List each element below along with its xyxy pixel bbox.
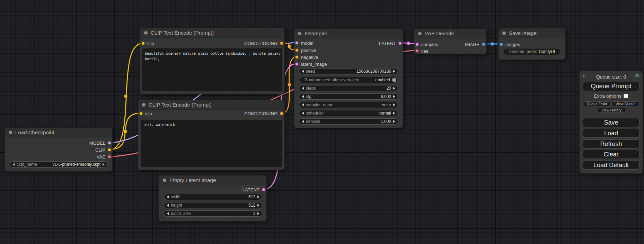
queue-front-button[interactable]: Queue Front	[583, 101, 611, 106]
view-history-button[interactable]: View History	[597, 108, 626, 112]
slot-label: IMAGE	[465, 42, 479, 47]
output-port-latent[interactable]	[262, 188, 265, 191]
output-port-conditioning[interactable]	[280, 112, 283, 115]
input-port-positive[interactable]	[295, 48, 299, 52]
decrement-arrow-icon[interactable]	[302, 103, 304, 106]
link-midpoint-dot[interactable]	[124, 130, 127, 133]
widget-value: 8.000	[381, 94, 391, 99]
increment-arrow-icon[interactable]	[103, 163, 105, 166]
slot-label: LATENT	[242, 187, 259, 192]
node-clip-text-encode-negative[interactable]: CLIP Text Encode (Prompt) clip CONDITION…	[138, 100, 285, 170]
settings-gear-icon[interactable]: ⚙	[635, 73, 639, 78]
toggle-dot-icon[interactable]	[392, 78, 396, 82]
input-port-vae[interactable]	[415, 49, 419, 53]
widget-value: 512	[248, 195, 255, 199]
input-port-samples[interactable]	[415, 43, 419, 46]
output-port-clip[interactable]	[108, 148, 111, 152]
decrement-arrow-icon[interactable]	[302, 95, 304, 98]
widget-height[interactable]: height 512	[164, 202, 262, 208]
widget-scheduler[interactable]: scheduler normal	[299, 110, 398, 116]
link-midpoint-dot[interactable]	[124, 94, 127, 98]
widget-sampler-name[interactable]: sampler_name euler	[299, 102, 398, 108]
node-title-bar[interactable]: Load Checkpoint	[5, 128, 112, 137]
node-graph-canvas[interactable]: Load Checkpoint MODEL CLIP VAE ckpt_name…	[0, 0, 644, 244]
increment-arrow-icon[interactable]	[257, 204, 259, 207]
decrement-arrow-icon[interactable]	[302, 87, 304, 90]
node-title-bar[interactable]: KSampler	[294, 29, 403, 38]
increment-arrow-icon[interactable]	[393, 120, 395, 123]
increment-arrow-icon[interactable]	[393, 95, 395, 98]
node-title: CLIP Text Encode (Prompt)	[151, 30, 214, 36]
clear-button[interactable]: Clear	[583, 150, 639, 159]
increment-arrow-icon[interactable]	[393, 87, 395, 90]
prompt-textarea[interactable]: text, watermark	[141, 120, 282, 167]
input-port-images[interactable]	[500, 43, 503, 46]
decrement-arrow-icon[interactable]	[167, 204, 169, 207]
link-midpoint-dot[interactable]	[288, 83, 291, 87]
decrement-arrow-icon[interactable]	[12, 163, 15, 166]
node-title-bar[interactable]: Empty Latent Image	[159, 175, 266, 185]
slot-label: VAE	[97, 154, 105, 160]
output-slot-clip: CLIP	[95, 147, 111, 153]
node-status-dot-icon	[502, 31, 506, 35]
widget-width[interactable]: width 512	[164, 194, 262, 200]
increment-arrow-icon[interactable]	[393, 112, 395, 115]
input-port-negative[interactable]	[295, 55, 299, 59]
widget-ckpt-name[interactable]: ckpt_name v1-5-pruned-emaonly.ckpt	[10, 161, 107, 168]
decrement-arrow-icon[interactable]	[302, 120, 304, 123]
extra-options-checkbox[interactable]	[624, 94, 628, 98]
increment-arrow-icon[interactable]	[257, 196, 259, 198]
input-slot-clip: clip	[141, 40, 154, 46]
load-default-button[interactable]: Load Default	[583, 161, 639, 170]
slot-label: CONDITIONING	[244, 41, 277, 46]
queue-prompt-button[interactable]: Queue Prompt	[583, 82, 639, 91]
node-title: Save Image	[509, 30, 537, 36]
increment-arrow-icon[interactable]	[393, 103, 395, 106]
decrement-arrow-icon[interactable]	[302, 70, 304, 73]
widget-filename-prefix[interactable]: filename_prefix ComfyUI	[503, 48, 561, 55]
link-midpoint-dot[interactable]	[288, 45, 291, 48]
output-slot-image: IMAGE	[465, 42, 485, 47]
increment-arrow-icon[interactable]	[257, 212, 259, 215]
widget-value: 20	[387, 86, 391, 91]
decrement-arrow-icon[interactable]	[167, 196, 169, 198]
node-status-dot-icon	[163, 179, 166, 182]
widget-cfg[interactable]: cfg 8.000	[299, 93, 398, 100]
node-title-bar[interactable]: Save Image	[499, 28, 565, 38]
increment-arrow-icon[interactable]	[393, 70, 395, 73]
prompt-textarea[interactable]: beautiful scenery nature glass bottle la…	[142, 48, 282, 91]
input-port-clip[interactable]	[139, 112, 143, 115]
link-midpoint-dot[interactable]	[407, 42, 410, 45]
decrement-arrow-icon[interactable]	[302, 112, 304, 115]
output-port-model[interactable]	[108, 141, 111, 145]
output-port-latent[interactable]	[398, 42, 402, 45]
link-midpoint-dot[interactable]	[491, 42, 494, 46]
output-port-vae[interactable]	[108, 155, 111, 159]
node-load-checkpoint[interactable]: Load Checkpoint MODEL CLIP VAE ckpt_name…	[5, 127, 113, 172]
widget-seed[interactable]: seed 156680208700286	[299, 68, 398, 74]
widget-steps[interactable]: steps 20	[299, 85, 398, 91]
widget-denoise[interactable]: denoise 1.000	[299, 118, 398, 125]
output-port-conditioning[interactable]	[280, 42, 283, 45]
slot-label: samples	[421, 42, 438, 47]
node-title-bar[interactable]: CLIP Text Encode (Prompt)	[138, 100, 284, 110]
widget-batch-size[interactable]: batch_size 1	[164, 210, 262, 217]
node-vae-decode[interactable]: VAE Decode samples vae IMAGE	[414, 28, 487, 54]
output-port-image[interactable]	[482, 43, 485, 46]
node-clip-text-encode-positive[interactable]: CLIP Text Encode (Prompt) clip CONDITION…	[140, 28, 285, 94]
node-title-bar[interactable]: CLIP Text Encode (Prompt)	[140, 28, 284, 38]
node-title-bar[interactable]: VAE Decode	[414, 29, 486, 38]
node-ksampler[interactable]: KSampler model positive negative latent_…	[294, 28, 403, 128]
input-slot-positive: positive	[295, 47, 316, 53]
view-queue-button[interactable]: View Queue	[611, 101, 639, 106]
input-port-clip[interactable]	[141, 42, 145, 45]
decrement-arrow-icon[interactable]	[167, 212, 169, 215]
node-empty-latent-image[interactable]: Empty Latent Image LATENT width 512 heig…	[159, 175, 267, 222]
node-save-image[interactable]: Save Image images filename_prefix ComfyU…	[498, 28, 566, 60]
load-button[interactable]: Load	[583, 129, 639, 138]
widget-random-seed-toggle[interactable]: Random seed after every gen enabled	[299, 77, 398, 83]
save-button[interactable]: Save	[583, 118, 639, 127]
refresh-button[interactable]: Refresh	[583, 139, 639, 148]
input-port-latent-image[interactable]	[295, 62, 299, 66]
input-port-model[interactable]	[295, 41, 299, 45]
